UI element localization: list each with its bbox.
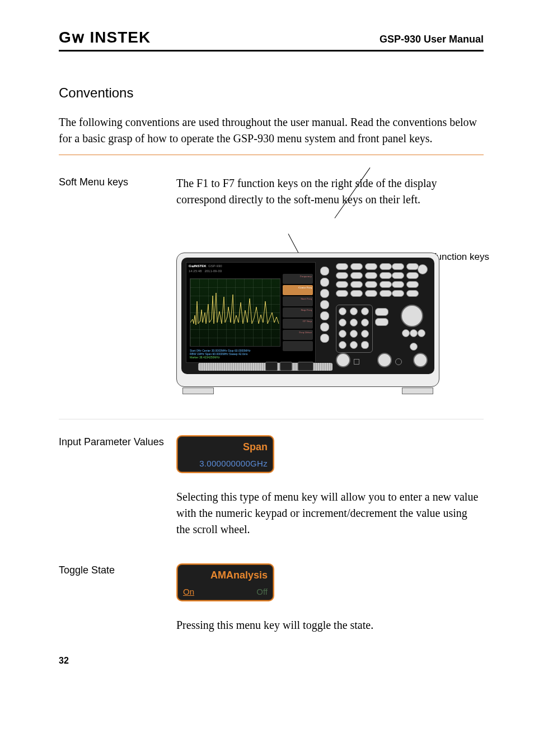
side-label-soft-menu: Soft Menu keys bbox=[59, 175, 176, 189]
device-callout-block: F1 ~ F7 function keys Soft-menu keys GᴡI… bbox=[176, 253, 484, 401]
row-toggle: Toggle State AMAnalysis On Off Pressing … bbox=[59, 563, 484, 633]
softkey-item: Frequency bbox=[283, 274, 313, 284]
section-divider bbox=[59, 155, 484, 155]
page-header: Gᴡ INSTEK GSP-930 User Manual bbox=[59, 28, 484, 52]
onscreen-softkey-column: Frequency Center Freq Start Freq Stop Fr… bbox=[283, 274, 313, 351]
softkey-item: Center Freq bbox=[283, 285, 313, 295]
numeric-keypad bbox=[336, 305, 373, 353]
device-time: 14:25:48 bbox=[189, 269, 202, 273]
softkey-title: AMAnalysis bbox=[183, 568, 268, 582]
toggle-off: Off bbox=[256, 586, 268, 598]
power-button-icon bbox=[418, 264, 428, 274]
softkey-item: Start Freq bbox=[283, 296, 313, 306]
section-title: Conventions bbox=[59, 85, 484, 101]
device-model: GSP-930 bbox=[208, 264, 222, 268]
doc-title: GSP-930 User Manual bbox=[380, 34, 484, 45]
softkey-amanalysis: AMAnalysis On Off bbox=[176, 563, 274, 601]
brand-logo: Gᴡ INSTEK bbox=[59, 28, 151, 46]
toggle-on: On bbox=[183, 586, 194, 598]
softkey-value: 3.000000000GHz bbox=[183, 458, 268, 470]
device-screen: GᴡINSTEK GSP-930 14:25:48 2011-09-03 bbox=[186, 262, 316, 363]
softkey-title: Span bbox=[183, 440, 268, 454]
intro-paragraph: The following conventions are used throu… bbox=[59, 114, 484, 147]
scroll-wheel-icon bbox=[401, 305, 423, 327]
status-line: Marker 38.4234250MHz bbox=[190, 356, 312, 359]
side-label-input-param: Input Parameter Values bbox=[59, 435, 176, 449]
button-grid bbox=[336, 263, 392, 297]
row-divider bbox=[59, 419, 484, 419]
port-row bbox=[334, 349, 429, 368]
device-brand: GᴡINSTEK bbox=[189, 264, 207, 268]
input-param-text: Selecting this type of menu key will all… bbox=[176, 489, 484, 538]
softkey-item: Stop Freq bbox=[283, 307, 313, 318]
page-number: 32 bbox=[59, 656, 484, 666]
softkey-item: CF Step bbox=[283, 319, 313, 329]
button-grid-2 bbox=[392, 263, 419, 297]
softkey-span: Span 3.000000000GHz bbox=[176, 435, 274, 473]
waveform-area bbox=[190, 278, 280, 347]
fkey-column bbox=[320, 267, 330, 343]
side-label-toggle: Toggle State bbox=[59, 563, 176, 577]
row-input-param: Input Parameter Values Span 3.000000000G… bbox=[59, 435, 484, 538]
device-date: 2011-09-03 bbox=[204, 269, 222, 273]
softkey-item: Freq Offset bbox=[283, 330, 313, 340]
device-illustration: GᴡINSTEK GSP-930 14:25:48 2011-09-03 bbox=[176, 253, 439, 387]
toggle-text: Pressing this menu key will toggle the s… bbox=[176, 617, 484, 633]
row-soft-menu: Soft Menu keys The F1 to F7 function key… bbox=[59, 175, 484, 408]
soft-menu-text: The F1 to F7 function keys on the right … bbox=[176, 175, 484, 208]
device-status-bar: Start 0Hz Center 30.0000MHz Stop 60.0000… bbox=[190, 349, 312, 359]
